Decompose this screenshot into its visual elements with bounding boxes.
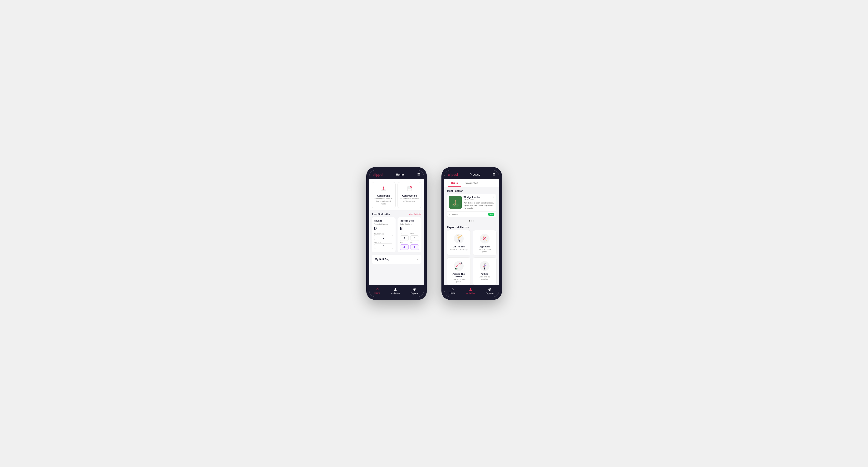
drills-big-value: 8	[400, 226, 419, 231]
practice-logo: clippd	[448, 173, 458, 177]
skill-around-the-green[interactable]: Around The Green Hone your short game	[447, 257, 471, 285]
add-round-card[interactable]: Add Round Record your shots in fast or e…	[372, 182, 396, 208]
action-cards-section: Add Round Record your shots in fast or e…	[369, 179, 424, 210]
svg-point-37	[455, 268, 458, 270]
approach-desc: Dial in to hit the green	[475, 248, 494, 253]
wedge-ladder-card[interactable]: Wedge Ladder 50–100 yds ☆ Play 1 shot at…	[447, 194, 497, 217]
svg-point-10	[455, 200, 456, 201]
ott-value: 0	[400, 236, 409, 241]
tournament-label: Tournament	[374, 233, 393, 235]
practice-header: clippd Practice ☰	[444, 170, 499, 179]
practice-scroll-content: Most Popular	[444, 187, 499, 285]
svg-point-28	[484, 238, 485, 239]
tab-drills[interactable]: Drills	[448, 179, 461, 187]
dot-3	[473, 220, 474, 222]
drill-description: Play 1 shot at each target yardage. If y…	[464, 202, 494, 209]
svg-point-42	[485, 265, 486, 266]
rounds-title: Rounds	[374, 220, 393, 222]
putting-desc: Make and lag practice	[475, 276, 494, 280]
home-title: Home	[396, 173, 404, 177]
drill-footer: ⏱ 9 shots APP	[447, 211, 496, 217]
practice-bottom-nav: ⌂ Home ♟ Activities ⊕ Capture	[444, 285, 499, 297]
practice-activities-icon: ♟	[469, 287, 472, 291]
skill-grid: Off The Tee Power and accuracy	[444, 230, 499, 285]
around-the-green-icon	[453, 260, 465, 272]
golf-bag-row[interactable]: My Golf Bag ›	[372, 255, 422, 264]
stats-header: Last 3 Months View Activity	[369, 210, 424, 217]
rounds-capture-label: Rounds Capture	[374, 223, 393, 225]
home-scroll-content: Add Round Record your shots in fast or e…	[369, 179, 424, 285]
skill-off-the-tee[interactable]: Off The Tee Power and accuracy	[447, 230, 471, 255]
home-nav-icon: ⌂	[376, 287, 379, 291]
practice-home-icon: ⌂	[452, 287, 454, 291]
golf-bag-label: My Golf Bag	[375, 258, 389, 261]
add-round-title: Add Round	[377, 194, 390, 197]
app-label: APP	[400, 242, 409, 244]
home-header: clippd Home ☰	[369, 170, 424, 179]
practice-nav-activities[interactable]: ♟ Activities	[466, 287, 475, 294]
logo: clippd	[373, 173, 383, 177]
tab-favourites[interactable]: Favourites	[461, 179, 482, 187]
practice-nav-home[interactable]: ⌂ Home	[450, 287, 456, 294]
off-the-tee-name: Off The Tee	[453, 245, 465, 248]
view-activity-link[interactable]: View Activity	[409, 213, 421, 215]
capture-nav-label: Capture	[410, 292, 418, 294]
nav-activities[interactable]: ♟ Activities	[391, 287, 400, 294]
drill-shots: ⏱ 9 shots	[449, 213, 458, 216]
practice-label: Practice	[374, 241, 393, 244]
nav-home[interactable]: ⌂ Home	[375, 287, 380, 294]
add-round-desc: Record your shots in fast or enhanced mo…	[374, 198, 393, 205]
skill-putting[interactable]: Putting Make and lag practice	[473, 257, 497, 285]
practice-title: Practice	[470, 173, 480, 177]
putt-value: 4	[410, 245, 419, 250]
ott-label: OTT	[400, 233, 409, 235]
drill-thumbnail	[449, 196, 462, 209]
nav-capture[interactable]: ⊕ Capture	[410, 287, 418, 294]
menu-icon[interactable]: ☰	[417, 173, 421, 177]
add-practice-desc: Capture your practice off-the-course	[400, 198, 419, 203]
capture-nav-icon: ⊕	[413, 287, 416, 291]
off-the-tee-desc: Power and accuracy	[450, 248, 467, 251]
home-nav-label: Home	[375, 292, 380, 294]
around-the-green-desc: Hone your short game	[450, 278, 468, 283]
skill-approach[interactable]: Approach Dial in to hit the green	[473, 230, 497, 255]
svg-marker-2	[383, 186, 384, 188]
add-practice-card[interactable]: + Add Practice Capture your practice off…	[398, 182, 422, 208]
practice-tabs: Drills Favourites	[444, 179, 499, 187]
around-the-green-name: Around The Green	[450, 273, 468, 278]
dot-1	[469, 220, 470, 222]
phone-home: clippd Home ☰ Add Round Record your	[366, 167, 427, 300]
svg-point-31	[486, 240, 487, 241]
phone-practice: clippd Practice ☰ Drills Favourites Most…	[441, 167, 502, 300]
add-practice-icon: +	[406, 185, 413, 193]
stats-period-title: Last 3 Months	[372, 213, 390, 216]
drill-info: Wedge Ladder 50–100 yds ☆ Play 1 shot at…	[464, 196, 494, 209]
svg-point-35	[460, 263, 461, 264]
svg-point-41	[483, 267, 484, 268]
arg-group: ARG 0 PUTT 4	[410, 233, 419, 250]
add-round-icon	[380, 185, 387, 193]
putting-icon	[479, 260, 491, 272]
svg-point-30	[486, 236, 486, 237]
stats-container: Rounds Rounds Capture 0 Tournament 0 Pra…	[369, 217, 424, 255]
practice-value: 0	[374, 244, 393, 249]
tournament-value: 0	[374, 235, 393, 240]
arg-label: ARG	[410, 233, 419, 235]
svg-point-40	[484, 269, 485, 270]
drill-distance: 50–100 yds	[464, 198, 480, 201]
practice-capture-label: Capture	[486, 292, 493, 294]
rounds-panel: Rounds Rounds Capture 0 Tournament 0 Pra…	[372, 217, 396, 252]
putt-label: PUTT	[410, 242, 419, 244]
off-the-tee-icon	[453, 233, 465, 245]
drills-mini-stats: OTT 0 APP 4 ARG 0 PUTT 4	[400, 233, 419, 250]
svg-point-36	[461, 262, 462, 264]
drill-name: Wedge Ladder	[464, 196, 480, 198]
favourite-star-icon[interactable]: ☆	[492, 196, 494, 198]
drill-app-badge: APP	[488, 213, 494, 216]
activities-nav-icon: ♟	[394, 287, 397, 291]
practice-menu-icon[interactable]: ☰	[492, 173, 496, 177]
ott-group: OTT 0 APP 4	[400, 233, 409, 250]
practice-nav-capture[interactable]: ⊕ Capture	[486, 287, 493, 294]
carousel-dots	[444, 219, 499, 223]
app-value: 4	[400, 245, 409, 250]
